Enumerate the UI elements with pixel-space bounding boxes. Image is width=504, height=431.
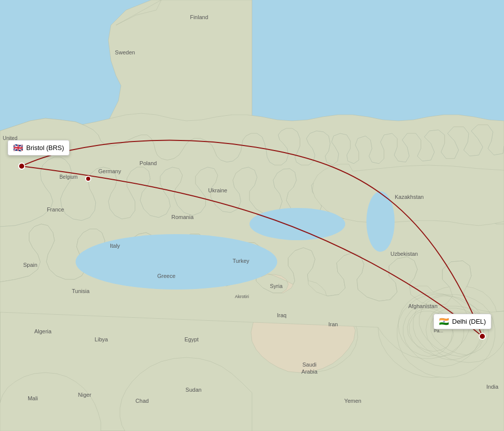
svg-point-5: [479, 333, 485, 339]
svg-text:Poland: Poland: [140, 160, 157, 166]
svg-text:Kazakhstan: Kazakhstan: [395, 194, 423, 200]
svg-point-2: [249, 208, 345, 240]
svg-text:United: United: [3, 135, 18, 141]
svg-text:Sudan: Sudan: [185, 387, 202, 393]
svg-text:France: France: [47, 206, 64, 212]
svg-text:Belgium: Belgium: [59, 174, 78, 180]
svg-text:Pa...: Pa...: [434, 328, 444, 333]
svg-text:Afghanistan: Afghanistan: [408, 303, 437, 309]
svg-text:Uzbekistan: Uzbekistan: [391, 251, 418, 257]
map-container: Finland Sweden United Belgium Germany Fr…: [0, 0, 504, 431]
svg-point-4: [19, 163, 25, 169]
svg-text:Tunisia: Tunisia: [72, 288, 90, 294]
svg-text:Arabia: Arabia: [301, 369, 318, 375]
svg-text:Akrotiri: Akrotiri: [235, 294, 249, 299]
svg-text:Algeria: Algeria: [34, 328, 52, 334]
svg-text:Ukraine: Ukraine: [208, 187, 227, 193]
svg-point-6: [86, 176, 91, 181]
svg-text:Iraq: Iraq: [277, 312, 287, 318]
svg-text:Italy: Italy: [110, 243, 120, 249]
svg-text:India: India: [486, 384, 499, 390]
svg-text:Mali: Mali: [28, 395, 38, 401]
svg-text:Chad: Chad: [136, 398, 149, 404]
svg-text:Saudi: Saudi: [302, 362, 317, 368]
svg-text:Finland: Finland: [190, 14, 208, 20]
svg-text:Niger: Niger: [78, 392, 92, 398]
svg-text:Iran: Iran: [329, 321, 338, 327]
svg-text:Spain: Spain: [23, 262, 37, 268]
svg-text:Libya: Libya: [95, 336, 108, 342]
svg-text:Greece: Greece: [157, 273, 175, 279]
svg-text:Turkey: Turkey: [232, 258, 249, 264]
svg-text:Romania: Romania: [171, 214, 194, 220]
svg-text:Syria: Syria: [270, 283, 283, 289]
svg-text:Sweden: Sweden: [115, 49, 135, 55]
svg-text:Germany: Germany: [98, 168, 121, 174]
svg-text:Egypt: Egypt: [184, 336, 199, 342]
svg-text:Yemen: Yemen: [344, 398, 361, 404]
